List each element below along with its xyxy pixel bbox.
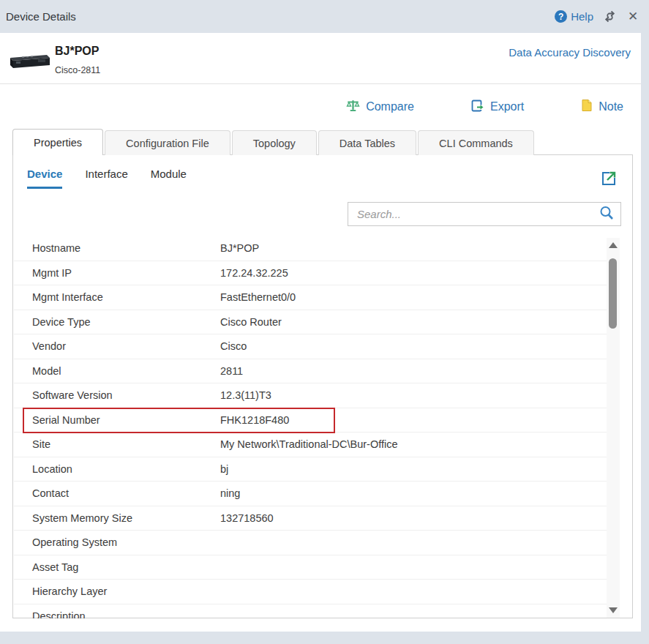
properties-panel: Device Interface Module Hostname BJ*POP … [12,154,633,618]
row-label: Software Version [14,389,220,401]
row-label: Serial Number [14,414,220,426]
device-name: BJ*POP [55,45,99,58]
row-value: Cisco Router [220,316,282,328]
device-model: Cisco-2811 [55,65,100,75]
row-label: Hostname [14,242,220,254]
row-value: bj [220,463,228,475]
row-label: Location [14,463,220,475]
export-label: Export [490,100,524,113]
properties-table: Hostname BJ*POP Mgmt IP 172.24.32.225 Mg… [14,236,607,618]
note-button[interactable]: Note [581,99,623,115]
row-value: ning [220,487,240,499]
row-label: System Memory Size [14,512,220,524]
compare-scales-icon [346,99,360,116]
help-label: Help [571,10,593,23]
actions-row: Compare Export Note [0,94,641,120]
table-row: Software Version 12.3(11)T3 [14,383,607,408]
export-icon [471,99,484,116]
tab-topology[interactable]: Topology [232,130,317,155]
subtab-interface[interactable]: Interface [85,168,127,189]
table-row: Location bj [14,457,607,482]
row-label: Vendor [14,340,220,352]
row-value: 12.3(11)T3 [220,389,271,401]
row-label: Model [14,365,220,377]
table-row: System Memory Size 132718560 [14,506,607,531]
dialog-title: Device Details [6,10,76,23]
row-value: 2811 [220,365,243,377]
table-row: Mgmt IP 172.24.32.225 [14,261,607,286]
main-tabbar: Properties Configuration File Topology D… [12,130,536,155]
row-value: Cisco [220,340,247,352]
row-value: 132718560 [220,512,274,524]
right-margin [641,33,649,644]
table-row: Asset Tag [14,555,607,580]
search-box [348,202,621,226]
help-button[interactable]: ? Help [555,10,593,23]
scroll-thumb[interactable] [609,258,617,329]
compare-label: Compare [366,100,414,113]
table-row-serial-number-highlighted: Serial Number FHK1218F480 [14,408,607,433]
tab-cli-commands[interactable]: CLI Commands [418,130,534,155]
tab-configuration-file[interactable]: Configuration File [105,130,230,155]
tab-data-tables[interactable]: Data Tables [318,130,416,155]
scroll-up-arrow[interactable] [609,242,618,248]
sub-tabbar: Device Interface Module [27,168,187,189]
row-label: Device Type [14,316,220,328]
row-label: Operating System [14,536,220,548]
table-row: Hostname BJ*POP [14,236,607,261]
row-value: FastEthernet0/0 [220,291,296,303]
table-row: Mgmt Interface FastEthernet0/0 [14,285,607,310]
tab-properties[interactable]: Properties [12,129,103,155]
data-accuracy-discovery-link[interactable]: Data Accuracy Discovery [509,46,631,59]
row-label: Mgmt IP [14,267,220,279]
row-label: Asset Tag [14,561,220,573]
bottom-margin [0,632,649,644]
vertical-scrollbar[interactable] [607,238,620,618]
close-icon[interactable]: ✕ [626,10,640,24]
table-row: Model 2811 [14,359,607,384]
search-input[interactable] [357,208,599,220]
export-button[interactable]: Export [471,99,524,116]
row-label: Mgmt Interface [14,291,220,303]
row-value: My Network\Traditional-DC\Bur-Office [220,438,398,450]
row-value: BJ*POP [220,242,259,254]
row-value: 172.24.32.225 [220,267,288,279]
subtab-device[interactable]: Device [27,168,62,189]
table-row-clipped: Description [14,604,607,619]
table-row: Vendor Cisco [14,334,607,359]
row-label: Description [14,610,220,618]
row-value: FHK1218F480 [220,414,289,426]
scroll-down-arrow[interactable] [609,607,618,613]
row-label: Contact [14,487,220,499]
note-icon [581,99,593,115]
device-header: BJ*POP Cisco-2811 Data Accuracy Discover… [0,33,641,84]
help-icon: ? [555,10,567,23]
row-label: Site [14,438,220,450]
open-in-new-window-icon[interactable] [600,170,618,190]
table-row: Hierarchy Layer [14,580,607,604]
table-row: Device Type Cisco Router [14,310,607,335]
table-row: Operating System [14,531,607,555]
row-label: Hierarchy Layer [14,585,220,597]
compare-button[interactable]: Compare [346,99,414,116]
search-icon[interactable] [599,205,615,224]
note-label: Note [599,100,623,113]
device-photo [6,50,51,75]
refresh-icon[interactable] [602,10,617,24]
table-row: Site My Network\Traditional-DC\Bur-Offic… [14,433,607,457]
dialog-titlebar: Device Details ? Help ✕ [0,0,649,33]
table-row: Contact ning [14,482,607,506]
subtab-module[interactable]: Module [151,168,187,189]
